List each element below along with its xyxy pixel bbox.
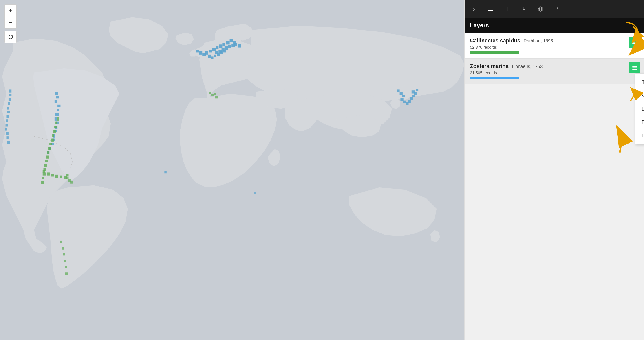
- svg-rect-70: [56, 122, 58, 125]
- layer-2-menu-button[interactable]: [629, 62, 640, 73]
- svg-rect-71: [54, 126, 57, 128]
- svg-rect-25: [202, 53, 206, 56]
- svg-rect-84: [41, 181, 44, 184]
- svg-rect-16: [212, 48, 216, 51]
- menu-download[interactable]: Download: [635, 116, 644, 129]
- svg-rect-21: [230, 39, 233, 42]
- svg-rect-77: [47, 151, 50, 154]
- layer-2-bar: [470, 77, 520, 79]
- svg-rect-98: [64, 260, 66, 262]
- menu-edit[interactable]: Edit: [635, 102, 644, 116]
- menu-view-data[interactable]: View data: [635, 89, 644, 102]
- svg-rect-79: [45, 160, 48, 162]
- svg-rect-88: [56, 175, 58, 178]
- svg-rect-103: [214, 93, 216, 95]
- svg-rect-76: [48, 147, 51, 150]
- layers-icon[interactable]: [486, 4, 496, 14]
- svg-rect-6: [56, 113, 59, 116]
- svg-rect-38: [220, 51, 223, 54]
- svg-rect-65: [416, 89, 418, 91]
- svg-rect-72: [53, 130, 56, 133]
- svg-rect-35: [238, 44, 241, 47]
- geolocate-button[interactable]: ⬡: [4, 31, 16, 43]
- layer-1-menu-button[interactable]: [629, 36, 640, 48]
- svg-rect-74: [51, 139, 54, 142]
- panel-rest: [464, 84, 644, 340]
- svg-rect-18: [219, 44, 222, 48]
- svg-rect-20: [226, 41, 230, 44]
- svg-rect-101: [209, 92, 211, 94]
- svg-rect-2: [56, 96, 58, 98]
- svg-rect-82: [43, 172, 46, 175]
- svg-rect-45: [8, 102, 10, 105]
- svg-rect-113: [632, 67, 637, 68]
- add-icon[interactable]: +: [502, 4, 512, 14]
- svg-rect-57: [402, 95, 405, 97]
- svg-rect-56: [400, 92, 402, 95]
- import-icon[interactable]: [519, 4, 529, 14]
- svg-rect-109: [632, 40, 637, 41]
- svg-rect-78: [46, 156, 49, 158]
- svg-rect-97: [63, 253, 65, 255]
- svg-rect-104: [215, 96, 218, 98]
- svg-rect-87: [51, 174, 54, 176]
- layer-item-2: Zostera marina Linnaeus, 1753 21,505 rec…: [464, 58, 644, 84]
- svg-rect-94: [70, 181, 73, 183]
- svg-rect-60: [406, 102, 408, 105]
- svg-rect-53: [6, 136, 8, 139]
- svg-rect-40: [211, 56, 213, 59]
- svg-rect-23: [209, 50, 212, 52]
- collapse-icon[interactable]: ›: [469, 4, 479, 14]
- svg-rect-86: [47, 172, 50, 175]
- svg-rect-51: [5, 128, 7, 130]
- svg-rect-50: [6, 124, 8, 127]
- menu-delete[interactable]: Delete: [635, 129, 644, 142]
- zoom-out-button[interactable]: −: [4, 16, 16, 29]
- svg-rect-66: [412, 90, 414, 93]
- svg-rect-39: [223, 50, 226, 52]
- svg-rect-114: [632, 69, 637, 70]
- svg-rect-44: [8, 98, 10, 101]
- zoom-in-button[interactable]: +: [4, 4, 16, 16]
- layer-2-author: Linnaeus, 1753: [512, 64, 543, 69]
- svg-rect-107: [488, 10, 493, 10]
- svg-rect-52: [6, 132, 8, 135]
- svg-rect-34: [234, 43, 237, 46]
- layers-header: Layers: [464, 18, 644, 33]
- svg-rect-63: [412, 95, 415, 97]
- svg-rect-55: [397, 89, 400, 92]
- svg-rect-83: [42, 177, 44, 179]
- map-container: + − ⬡: [0, 0, 464, 340]
- svg-rect-69: [56, 117, 59, 121]
- svg-rect-67: [164, 171, 166, 173]
- svg-rect-75: [50, 143, 52, 145]
- layers-title: Layers: [470, 22, 489, 29]
- svg-rect-24: [205, 51, 208, 55]
- svg-rect-102: [211, 94, 214, 96]
- svg-rect-89: [60, 175, 62, 178]
- svg-rect-54: [7, 141, 10, 144]
- svg-rect-110: [632, 42, 637, 43]
- svg-rect-31: [224, 46, 228, 50]
- svg-rect-42: [10, 89, 12, 92]
- layer-1-bar: [470, 51, 520, 54]
- layer-2-name: Zostera marina Linnaeus, 1753: [470, 63, 638, 69]
- svg-rect-99: [65, 266, 67, 268]
- svg-rect-46: [7, 107, 9, 109]
- svg-rect-85: [43, 170, 45, 173]
- menu-toggle-points[interactable]: Toggle points: [635, 75, 644, 89]
- svg-rect-96: [62, 247, 64, 249]
- svg-rect-36: [214, 55, 216, 57]
- svg-rect-91: [66, 174, 68, 176]
- svg-rect-68: [254, 192, 256, 194]
- info-icon[interactable]: i: [552, 4, 562, 14]
- svg-rect-7: [54, 117, 56, 121]
- settings-icon[interactable]: [536, 4, 546, 14]
- svg-rect-105: [488, 8, 493, 8]
- layer-2-records: 21,505 records: [470, 71, 638, 75]
- layer-item-1: Callinectes sapidus Rathbun, 1896 52,378…: [464, 33, 644, 58]
- right-panel: › + i Layers Callinect: [464, 0, 644, 340]
- svg-rect-61: [408, 100, 411, 103]
- svg-rect-100: [65, 273, 68, 275]
- svg-rect-26: [200, 51, 202, 55]
